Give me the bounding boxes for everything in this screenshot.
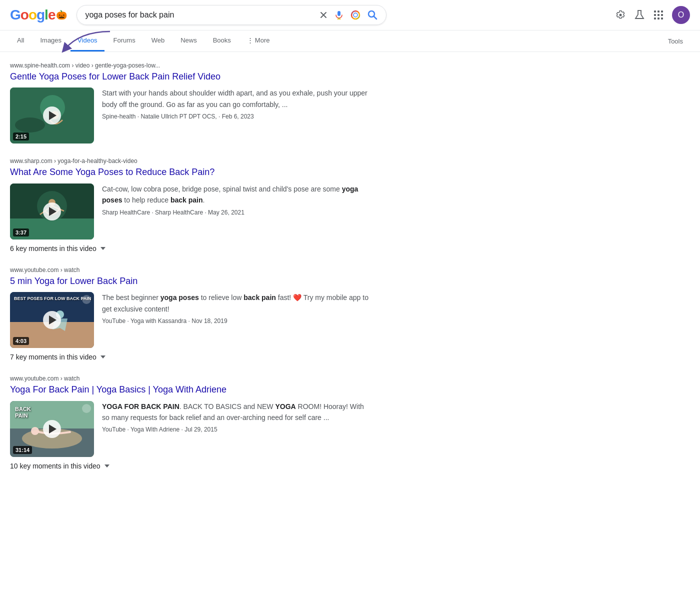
result-title[interactable]: Gentle Yoga Poses for Lower Back Pain Re… xyxy=(10,71,370,82)
result-snippet: Cat-cow, low cobra pose, bridge pose, sp… xyxy=(102,184,370,206)
play-button[interactable] xyxy=(43,420,61,438)
key-moments[interactable]: 10 key moments in this video xyxy=(10,462,370,470)
result-item: www.spine-health.com › video › gentle-yo… xyxy=(10,62,370,144)
key-moments-label: 10 key moments in this video xyxy=(10,462,100,470)
search-icons xyxy=(319,10,378,20)
tab-news[interactable]: News xyxy=(174,30,204,52)
labs-button[interactable] xyxy=(634,10,645,20)
result-content: 3:37 Cat-cow, low cobra pose, bridge pos… xyxy=(10,184,370,240)
play-button[interactable] xyxy=(43,202,61,220)
svg-line-6 xyxy=(374,16,377,20)
svg-point-34 xyxy=(31,427,39,435)
key-moments-label: 7 key moments in this video xyxy=(10,353,96,361)
result-url: www.youtube.com › watch xyxy=(10,266,370,274)
result-url: www.youtube.com › watch xyxy=(10,375,370,382)
header: Google 🎃 yoga poses for back pain xyxy=(0,0,700,30)
video-duration: 2:15 xyxy=(13,132,29,140)
svg-rect-16 xyxy=(661,18,663,20)
video-duration: 31:14 xyxy=(13,446,32,454)
result-meta: Spine-health · Natalie Ullrich PT DPT OC… xyxy=(102,113,370,120)
result-title[interactable]: Yoga For Back Pain | Yoga Basics | Yoga … xyxy=(10,384,370,396)
result-content: BackPain 31:14 YOGA FOR BACK PAIN. BACK … xyxy=(10,401,370,457)
result-content: 2:15 Start with your hands about shoulde… xyxy=(10,88,370,144)
result-text: Cat-cow, low cobra pose, bridge pose, sp… xyxy=(102,184,370,216)
video-thumbnail[interactable]: BEST POSES FOR LOW BACK PAIN 4:03 xyxy=(10,292,94,348)
svg-rect-13 xyxy=(661,14,663,16)
result-item: www.youtube.com › watch Yoga For Back Pa… xyxy=(10,375,370,470)
thumb-text: BackPain xyxy=(15,406,31,419)
video-duration: 4:03 xyxy=(13,337,29,345)
video-thumbnail[interactable]: 3:37 xyxy=(10,184,94,240)
result-title[interactable]: 5 min Yoga for Lower Back Pain xyxy=(10,276,370,287)
result-text: The best beginner yoga poses to relieve … xyxy=(102,292,370,324)
svg-rect-14 xyxy=(654,18,656,20)
video-thumbnail[interactable]: BackPain 31:14 xyxy=(10,401,94,457)
result-meta: YouTube · Yoga with Kassandra · Nov 18, … xyxy=(102,318,370,324)
result-title[interactable]: What Are Some Yoga Poses to Reduce Back … xyxy=(10,166,370,178)
avatar[interactable]: O xyxy=(672,6,690,24)
mic-button[interactable] xyxy=(334,10,344,20)
tab-tools[interactable]: Tools xyxy=(661,32,690,51)
play-button[interactable] xyxy=(43,311,61,329)
result-meta: Sharp HealthCare · Sharp HealthCare · Ma… xyxy=(102,209,370,216)
apps-button[interactable] xyxy=(653,10,664,20)
nav-tabs: All Images Videos Forums Web News Books … xyxy=(0,30,700,52)
tab-more[interactable]: ⋮ More xyxy=(240,30,277,52)
header-right: O xyxy=(615,6,690,24)
result-text: Start with your hands about shoulder wid… xyxy=(102,88,370,120)
result-snippet: YOGA FOR BACK PAIN. BACK TO BASICS and N… xyxy=(102,401,370,424)
search-bar: yoga poses for back pain xyxy=(76,5,386,25)
svg-rect-15 xyxy=(658,18,660,20)
svg-point-18 xyxy=(15,118,45,132)
svg-point-3 xyxy=(352,11,360,19)
video-duration: 3:37 xyxy=(13,228,29,236)
chevron-down-icon xyxy=(100,356,106,358)
tab-forums[interactable]: Forums xyxy=(106,30,142,52)
svg-rect-9 xyxy=(658,10,660,12)
tab-all[interactable]: All xyxy=(10,30,31,52)
svg-rect-11 xyxy=(654,14,656,16)
result-text: YOGA FOR BACK PAIN. BACK TO BASICS and N… xyxy=(102,401,370,434)
chevron-down-icon xyxy=(100,247,106,250)
thumb-text: BEST POSES FOR LOW BACK PAIN xyxy=(14,296,91,302)
svg-rect-8 xyxy=(654,10,656,12)
key-moments[interactable]: 6 key moments in this video xyxy=(10,244,370,252)
result-item: www.sharp.com › yoga-for-a-healthy-back-… xyxy=(10,158,370,252)
key-moments-label: 6 key moments in this video xyxy=(10,244,96,252)
svg-rect-0 xyxy=(338,11,340,16)
video-thumbnail[interactable]: 2:15 xyxy=(10,88,94,144)
clear-button[interactable] xyxy=(319,10,328,20)
result-url: www.sharp.com › yoga-for-a-healthy-back-… xyxy=(10,158,370,164)
result-snippet: Start with your hands about shoulder wid… xyxy=(102,88,370,110)
svg-point-4 xyxy=(354,13,358,17)
settings-button[interactable] xyxy=(615,10,626,20)
tab-images[interactable]: Images xyxy=(33,30,68,52)
lens-button[interactable] xyxy=(350,10,361,20)
svg-rect-12 xyxy=(658,14,660,16)
result-meta: YouTube · Yoga With Adriene · Jul 29, 20… xyxy=(102,426,370,433)
search-results: www.spine-health.com › video › gentle-yo… xyxy=(0,52,380,504)
result-url: www.spine-health.com › video › gentle-yo… xyxy=(10,62,370,69)
search-input[interactable]: yoga poses for back pain xyxy=(85,10,314,20)
key-moments[interactable]: 7 key moments in this video xyxy=(10,353,370,361)
svg-rect-10 xyxy=(661,10,663,12)
result-content: BEST POSES FOR LOW BACK PAIN 4:03 The be… xyxy=(10,292,370,348)
chevron-down-icon xyxy=(104,464,110,468)
result-item: www.youtube.com › watch 5 min Yoga for L… xyxy=(10,266,370,361)
result-snippet: The best beginner yoga poses to relieve … xyxy=(102,292,370,314)
tab-web[interactable]: Web xyxy=(144,30,172,52)
google-logo[interactable]: Google 🎃 xyxy=(10,7,66,23)
tab-videos[interactable]: Videos xyxy=(70,30,104,52)
tab-books[interactable]: Books xyxy=(206,30,238,52)
more-dots-icon: ⋮ xyxy=(247,36,254,44)
search-submit-button[interactable] xyxy=(367,10,378,20)
